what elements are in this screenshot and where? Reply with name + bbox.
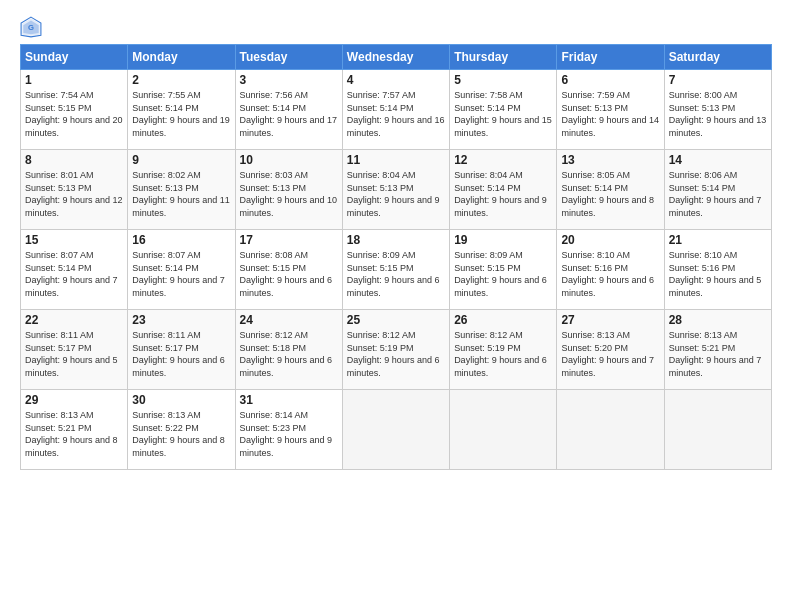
- day-number: 24: [240, 313, 338, 327]
- svg-text:G: G: [28, 23, 34, 32]
- calendar-cell: 4Sunrise: 7:57 AMSunset: 5:14 PMDaylight…: [342, 70, 449, 150]
- day-number: 6: [561, 73, 659, 87]
- calendar-cell: 13Sunrise: 8:05 AMSunset: 5:14 PMDayligh…: [557, 150, 664, 230]
- calendar-week-row: 15Sunrise: 8:07 AMSunset: 5:14 PMDayligh…: [21, 230, 772, 310]
- cell-info: Sunrise: 8:12 AMSunset: 5:18 PMDaylight:…: [240, 329, 338, 379]
- calendar-cell: 27Sunrise: 8:13 AMSunset: 5:20 PMDayligh…: [557, 310, 664, 390]
- calendar-cell: 7Sunrise: 8:00 AMSunset: 5:13 PMDaylight…: [664, 70, 771, 150]
- day-number: 16: [132, 233, 230, 247]
- cell-info: Sunrise: 8:11 AMSunset: 5:17 PMDaylight:…: [25, 329, 123, 379]
- day-number: 8: [25, 153, 123, 167]
- cell-info: Sunrise: 8:01 AMSunset: 5:13 PMDaylight:…: [25, 169, 123, 219]
- cell-info: Sunrise: 7:57 AMSunset: 5:14 PMDaylight:…: [347, 89, 445, 139]
- day-number: 10: [240, 153, 338, 167]
- day-number: 17: [240, 233, 338, 247]
- calendar-day-header: Sunday: [21, 45, 128, 70]
- page-container: G SundayMondayTuesdayWednesdayThursdayFr…: [0, 0, 792, 480]
- calendar-cell: 26Sunrise: 8:12 AMSunset: 5:19 PMDayligh…: [450, 310, 557, 390]
- cell-info: Sunrise: 8:11 AMSunset: 5:17 PMDaylight:…: [132, 329, 230, 379]
- day-number: 18: [347, 233, 445, 247]
- calendar-cell: 12Sunrise: 8:04 AMSunset: 5:14 PMDayligh…: [450, 150, 557, 230]
- cell-info: Sunrise: 8:05 AMSunset: 5:14 PMDaylight:…: [561, 169, 659, 219]
- calendar-cell: 6Sunrise: 7:59 AMSunset: 5:13 PMDaylight…: [557, 70, 664, 150]
- day-number: 4: [347, 73, 445, 87]
- cell-info: Sunrise: 8:13 AMSunset: 5:22 PMDaylight:…: [132, 409, 230, 459]
- cell-info: Sunrise: 8:07 AMSunset: 5:14 PMDaylight:…: [132, 249, 230, 299]
- calendar-cell: 21Sunrise: 8:10 AMSunset: 5:16 PMDayligh…: [664, 230, 771, 310]
- cell-info: Sunrise: 8:14 AMSunset: 5:23 PMDaylight:…: [240, 409, 338, 459]
- day-number: 1: [25, 73, 123, 87]
- day-number: 9: [132, 153, 230, 167]
- day-number: 2: [132, 73, 230, 87]
- cell-info: Sunrise: 8:08 AMSunset: 5:15 PMDaylight:…: [240, 249, 338, 299]
- cell-info: Sunrise: 8:13 AMSunset: 5:20 PMDaylight:…: [561, 329, 659, 379]
- cell-info: Sunrise: 8:02 AMSunset: 5:13 PMDaylight:…: [132, 169, 230, 219]
- cell-info: Sunrise: 8:10 AMSunset: 5:16 PMDaylight:…: [669, 249, 767, 299]
- calendar-cell: 9Sunrise: 8:02 AMSunset: 5:13 PMDaylight…: [128, 150, 235, 230]
- day-number: 23: [132, 313, 230, 327]
- calendar-cell: 28Sunrise: 8:13 AMSunset: 5:21 PMDayligh…: [664, 310, 771, 390]
- cell-info: Sunrise: 7:58 AMSunset: 5:14 PMDaylight:…: [454, 89, 552, 139]
- calendar-cell: 11Sunrise: 8:04 AMSunset: 5:13 PMDayligh…: [342, 150, 449, 230]
- cell-info: Sunrise: 8:03 AMSunset: 5:13 PMDaylight:…: [240, 169, 338, 219]
- calendar-cell: 5Sunrise: 7:58 AMSunset: 5:14 PMDaylight…: [450, 70, 557, 150]
- cell-info: Sunrise: 7:56 AMSunset: 5:14 PMDaylight:…: [240, 89, 338, 139]
- calendar-cell: 30Sunrise: 8:13 AMSunset: 5:22 PMDayligh…: [128, 390, 235, 470]
- cell-info: Sunrise: 8:04 AMSunset: 5:14 PMDaylight:…: [454, 169, 552, 219]
- calendar-day-header: Wednesday: [342, 45, 449, 70]
- calendar-cell: 25Sunrise: 8:12 AMSunset: 5:19 PMDayligh…: [342, 310, 449, 390]
- cell-info: Sunrise: 8:09 AMSunset: 5:15 PMDaylight:…: [347, 249, 445, 299]
- calendar-cell: 14Sunrise: 8:06 AMSunset: 5:14 PMDayligh…: [664, 150, 771, 230]
- day-number: 31: [240, 393, 338, 407]
- calendar-week-row: 8Sunrise: 8:01 AMSunset: 5:13 PMDaylight…: [21, 150, 772, 230]
- day-number: 26: [454, 313, 552, 327]
- calendar-cell: 18Sunrise: 8:09 AMSunset: 5:15 PMDayligh…: [342, 230, 449, 310]
- calendar-cell: 15Sunrise: 8:07 AMSunset: 5:14 PMDayligh…: [21, 230, 128, 310]
- day-number: 7: [669, 73, 767, 87]
- logo: G: [20, 16, 46, 38]
- calendar-cell: [557, 390, 664, 470]
- calendar-cell: 20Sunrise: 8:10 AMSunset: 5:16 PMDayligh…: [557, 230, 664, 310]
- calendar-cell: 17Sunrise: 8:08 AMSunset: 5:15 PMDayligh…: [235, 230, 342, 310]
- calendar-week-row: 29Sunrise: 8:13 AMSunset: 5:21 PMDayligh…: [21, 390, 772, 470]
- calendar-header-row: SundayMondayTuesdayWednesdayThursdayFrid…: [21, 45, 772, 70]
- calendar-cell: 10Sunrise: 8:03 AMSunset: 5:13 PMDayligh…: [235, 150, 342, 230]
- day-number: 12: [454, 153, 552, 167]
- calendar-cell: 3Sunrise: 7:56 AMSunset: 5:14 PMDaylight…: [235, 70, 342, 150]
- calendar-cell: 8Sunrise: 8:01 AMSunset: 5:13 PMDaylight…: [21, 150, 128, 230]
- calendar-cell: 29Sunrise: 8:13 AMSunset: 5:21 PMDayligh…: [21, 390, 128, 470]
- header: G: [20, 16, 772, 38]
- calendar-week-row: 22Sunrise: 8:11 AMSunset: 5:17 PMDayligh…: [21, 310, 772, 390]
- cell-info: Sunrise: 8:09 AMSunset: 5:15 PMDaylight:…: [454, 249, 552, 299]
- calendar-day-header: Saturday: [664, 45, 771, 70]
- cell-info: Sunrise: 8:00 AMSunset: 5:13 PMDaylight:…: [669, 89, 767, 139]
- cell-info: Sunrise: 8:10 AMSunset: 5:16 PMDaylight:…: [561, 249, 659, 299]
- day-number: 29: [25, 393, 123, 407]
- logo-icon: G: [20, 16, 42, 38]
- cell-info: Sunrise: 7:55 AMSunset: 5:14 PMDaylight:…: [132, 89, 230, 139]
- day-number: 5: [454, 73, 552, 87]
- cell-info: Sunrise: 7:54 AMSunset: 5:15 PMDaylight:…: [25, 89, 123, 139]
- cell-info: Sunrise: 8:12 AMSunset: 5:19 PMDaylight:…: [454, 329, 552, 379]
- calendar-cell: 24Sunrise: 8:12 AMSunset: 5:18 PMDayligh…: [235, 310, 342, 390]
- cell-info: Sunrise: 7:59 AMSunset: 5:13 PMDaylight:…: [561, 89, 659, 139]
- cell-info: Sunrise: 8:07 AMSunset: 5:14 PMDaylight:…: [25, 249, 123, 299]
- day-number: 20: [561, 233, 659, 247]
- day-number: 19: [454, 233, 552, 247]
- calendar-day-header: Tuesday: [235, 45, 342, 70]
- calendar-cell: 22Sunrise: 8:11 AMSunset: 5:17 PMDayligh…: [21, 310, 128, 390]
- day-number: 27: [561, 313, 659, 327]
- day-number: 30: [132, 393, 230, 407]
- calendar-cell: 31Sunrise: 8:14 AMSunset: 5:23 PMDayligh…: [235, 390, 342, 470]
- cell-info: Sunrise: 8:04 AMSunset: 5:13 PMDaylight:…: [347, 169, 445, 219]
- cell-info: Sunrise: 8:12 AMSunset: 5:19 PMDaylight:…: [347, 329, 445, 379]
- day-number: 14: [669, 153, 767, 167]
- cell-info: Sunrise: 8:13 AMSunset: 5:21 PMDaylight:…: [25, 409, 123, 459]
- calendar-cell: [342, 390, 449, 470]
- calendar-cell: 2Sunrise: 7:55 AMSunset: 5:14 PMDaylight…: [128, 70, 235, 150]
- day-number: 25: [347, 313, 445, 327]
- calendar-table: SundayMondayTuesdayWednesdayThursdayFrid…: [20, 44, 772, 470]
- day-number: 11: [347, 153, 445, 167]
- cell-info: Sunrise: 8:06 AMSunset: 5:14 PMDaylight:…: [669, 169, 767, 219]
- cell-info: Sunrise: 8:13 AMSunset: 5:21 PMDaylight:…: [669, 329, 767, 379]
